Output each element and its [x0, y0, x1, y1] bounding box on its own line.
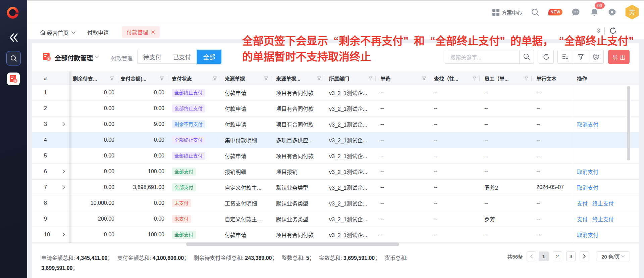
svg-text:CRM: CRM: [15, 12, 18, 14]
svg-text:¥: ¥: [48, 57, 50, 60]
svg-text:¥: ¥: [14, 79, 16, 82]
